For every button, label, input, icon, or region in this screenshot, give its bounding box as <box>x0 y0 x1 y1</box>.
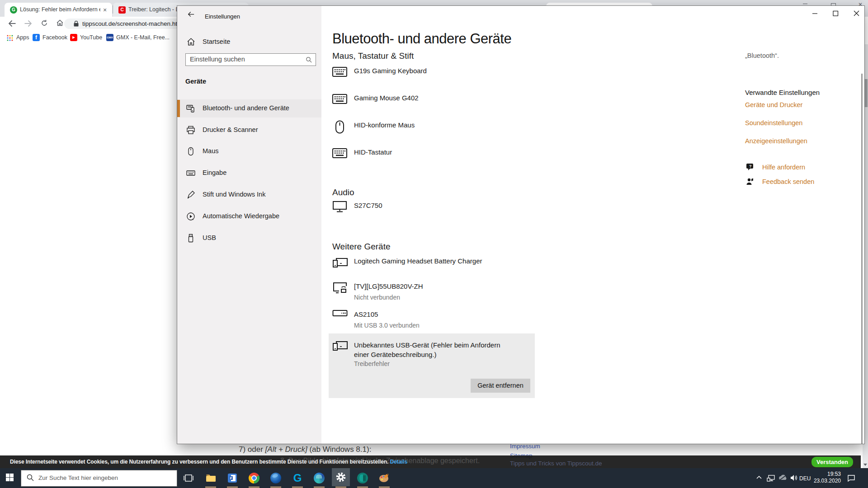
tray-chevron-icon[interactable] <box>756 474 762 481</box>
logitech-gaming-software-icon[interactable] <box>270 473 281 483</box>
page-text-line: 7) oder [Alt + Druck] (ab Windows 8.1): <box>239 445 371 454</box>
paint-icon[interactable] <box>379 473 390 483</box>
running-indicator <box>205 487 216 488</box>
bookmarks-bar: Apps f Facebook YouTube GMX GMX - E-Mail… <box>0 31 177 44</box>
drive-icon <box>332 310 348 323</box>
sidebar-item-label: USB <box>203 234 216 241</box>
feedback-link-row[interactable]: Feedback senden <box>746 178 754 188</box>
nav-kbd-icon <box>186 169 195 178</box>
link-anzeigeeinstellungen[interactable]: Anzeigeeinstellungen <box>745 137 807 145</box>
sidebar-item-drucker-scanner[interactable]: Drucker & Scanner <box>177 121 321 139</box>
running-indicator <box>335 487 346 488</box>
logitech-g-icon[interactable]: G <box>292 473 303 483</box>
page-link-tipps[interactable]: Tipps und Tricks von Tippscout.de <box>510 460 602 467</box>
settings-back-icon[interactable] <box>188 11 194 17</box>
start-button[interactable] <box>6 474 14 481</box>
running-indicator <box>227 487 238 488</box>
taskbar-search-box[interactable]: Zur Suche Text hier eingeben <box>21 470 177 487</box>
scrollbar-down-arrow[interactable] <box>863 464 867 466</box>
action-center-icon[interactable] <box>847 474 855 482</box>
settings-search-placeholder: Einstellung suchen <box>190 56 245 63</box>
running-indicator <box>357 487 368 488</box>
file-explorer-icon[interactable] <box>205 473 216 483</box>
home-icon[interactable] <box>54 18 65 29</box>
sidebar-item-label: Eingabe <box>203 169 226 176</box>
sidebar-item-label: Stift und Windows Ink <box>203 191 265 198</box>
settings-minimize-icon[interactable] <box>806 8 824 19</box>
youtube-icon <box>70 34 77 41</box>
sidebar-item-startseite[interactable]: Startseite <box>177 33 321 51</box>
sidebar-item-eingabe[interactable]: Eingabe <box>177 164 321 182</box>
help-link-label: Hilfe anfordern <box>762 164 805 171</box>
chrome-icon[interactable] <box>249 473 259 483</box>
section-heading: Maus, Tastatur & Stift <box>332 51 414 61</box>
keyboard-icon <box>332 147 348 161</box>
network-icon[interactable] <box>767 474 775 482</box>
cookie-accept-button[interactable]: Verstanden <box>811 457 853 467</box>
gmx-icon: GMX <box>106 34 113 41</box>
remove-device-button[interactable]: Gerät entfernen <box>471 379 530 393</box>
facebook-icon: f <box>33 34 40 41</box>
help-link-row[interactable]: ? Hilfe anfordern <box>746 163 755 173</box>
section-heading: Audio <box>332 188 354 197</box>
document-app-icon[interactable]: P <box>227 473 238 483</box>
device-status: Nicht verbunden <box>354 294 400 301</box>
device-name: Unbekanntes USB-Gerät (Fehler beim Anfor… <box>354 340 503 359</box>
nav-usb-icon <box>186 234 195 243</box>
feedback-link-label: Feedback senden <box>762 178 814 185</box>
svg-text:?: ? <box>749 164 752 169</box>
language-indicator[interactable]: DEU <box>799 475 811 482</box>
settings-scrollbar[interactable] <box>861 74 863 444</box>
selected-accent-bar <box>177 100 180 117</box>
help-icon: ? <box>746 163 755 171</box>
url-text: tippscout.de/screenshot-machen.ht <box>82 20 177 27</box>
tab1-close-icon[interactable]: ✕ <box>101 6 108 14</box>
bookmark-facebook-label: Facebook <box>42 34 67 41</box>
sidebar-item-usb[interactable]: USB <box>177 229 321 247</box>
search-icon <box>306 56 312 63</box>
sidebar-group-heading: Geräte <box>185 78 206 85</box>
running-indicator <box>314 487 325 488</box>
back-icon[interactable] <box>6 18 17 29</box>
taskbar-search-placeholder: Zur Suche Text hier eingeben <box>38 474 118 481</box>
link-soundeinstellungen[interactable]: Soundeinstellungen <box>745 119 802 127</box>
device-name: [TV][LG]55UB820V-ZH <box>354 282 423 290</box>
taskbar-clock[interactable]: 19:5323.03.2020 <box>813 471 841 484</box>
teal-app-icon[interactable] <box>357 473 368 483</box>
page-link-impressum[interactable]: Impressum <box>510 443 540 450</box>
sidebar-item-maus[interactable]: Maus <box>177 142 321 160</box>
nav-printer-icon <box>186 126 195 135</box>
tab1-favicon: G <box>10 6 17 14</box>
reload-icon[interactable] <box>39 18 50 29</box>
home-icon <box>187 38 195 46</box>
browser-tab-1[interactable]: G Lösung: Fehler beim Anfordern e ✕ <box>5 3 112 17</box>
device-name: Logitech Gaming Headset Battery Charger <box>354 257 482 265</box>
tray-time: 19:53 <box>813 471 841 478</box>
sidebar-item-stift-und-windows-ink[interactable]: Stift und Windows Ink <box>177 186 321 204</box>
device-status: Mit USB 3.0 verbunden <box>354 322 420 329</box>
browser-toolbar: tippscout.de/screenshot-machen.ht <box>0 17 177 31</box>
task-view-icon[interactable] <box>183 473 194 483</box>
volume-icon[interactable] <box>790 474 798 481</box>
settings-taskbar-highlight[interactable] <box>332 468 350 486</box>
help-text-fragment: „Bluetooth“. <box>745 52 779 59</box>
tab1-title: Lösung: Fehler beim Anfordern e <box>20 6 100 13</box>
settings-maximize-icon[interactable] <box>826 8 844 19</box>
sidebar-item-label: Automatische Wiedergabe <box>203 212 279 220</box>
sidebar-item-label: Maus <box>203 147 218 155</box>
page-faint-line: 2. Das Bildschirmfoto wird in der Zwisch… <box>280 457 480 465</box>
browser-close-icon[interactable]: ✕ <box>858 2 863 6</box>
forward-icon[interactable] <box>23 18 33 29</box>
onedrive-icon[interactable] <box>778 474 788 481</box>
device-name: Gaming Mouse G402 <box>354 94 419 102</box>
keyboard-icon <box>332 66 348 80</box>
address-bar[interactable]: tippscout.de/screenshot-machen.ht <box>64 19 183 29</box>
settings-search-box[interactable]: Einstellung suchen <box>185 53 316 66</box>
device-name: HID-Tastatur <box>354 148 392 156</box>
link-geraete-drucker[interactable]: Geräte und Drucker <box>745 101 802 108</box>
tray-date: 23.03.2020 <box>813 478 841 484</box>
sidebar-item-automatische-wiedergabe[interactable]: Automatische Wiedergabe <box>177 207 321 225</box>
edge-icon[interactable] <box>314 473 325 483</box>
sidebar-item-bluetooth[interactable]: Bluetooth- und andere Geräte <box>177 99 321 117</box>
settings-close-icon[interactable] <box>847 8 865 19</box>
